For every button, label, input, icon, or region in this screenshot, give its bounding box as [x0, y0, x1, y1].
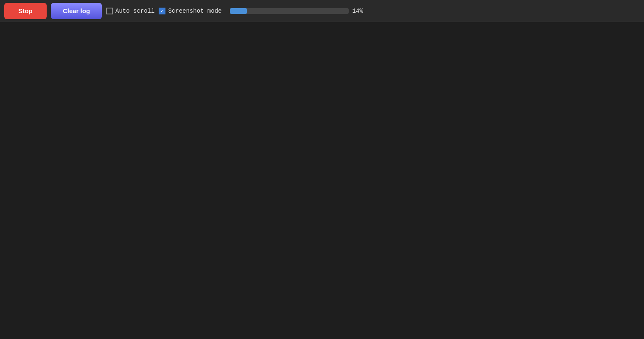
stop-button[interactable]: Stop: [4, 3, 47, 19]
auto-scroll-checkbox[interactable]: [106, 8, 113, 14]
toolbar: Stop Clear log Auto scroll ✓ Screenshot …: [0, 0, 644, 22]
auto-scroll-option: Auto scroll: [106, 8, 154, 14]
progress-bar-fill: [230, 8, 246, 14]
progress-bar-container: 14%: [230, 8, 369, 14]
screenshot-mode-checkbox[interactable]: ✓: [159, 8, 165, 14]
log-area: [0, 22, 644, 339]
screenshot-mode-option: ✓ Screenshot mode: [159, 8, 221, 14]
progress-percent-label: 14%: [352, 8, 369, 14]
screenshot-mode-label: Screenshot mode: [168, 8, 221, 14]
auto-scroll-label: Auto scroll: [115, 8, 154, 14]
progress-bar-background: [230, 8, 349, 14]
clear-log-button[interactable]: Clear log: [51, 3, 102, 19]
